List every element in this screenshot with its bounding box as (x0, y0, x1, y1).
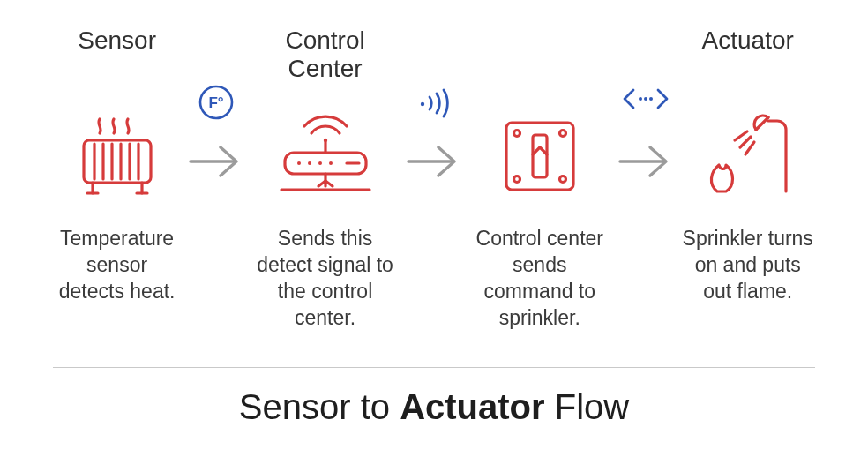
stage-control-center: Sends this detect signal to the control … (251, 108, 399, 332)
svg-point-27 (513, 131, 520, 137)
svg-point-32 (639, 97, 642, 101)
svg-text:F°: F° (209, 94, 224, 111)
svg-point-33 (644, 97, 647, 101)
heater-icon (73, 114, 161, 199)
header-control-center: Control Center (251, 26, 399, 83)
svg-line-36 (756, 117, 768, 130)
arrow-2 (399, 108, 469, 210)
diagram-title: Sensor to Actuator Flow (0, 387, 868, 427)
caption-command: Control center sends command to sprinkle… (469, 226, 610, 332)
divider (53, 367, 815, 368)
svg-rect-31 (533, 135, 547, 177)
code-ellipsis-icon (621, 83, 670, 115)
svg-line-38 (745, 142, 754, 154)
svg-rect-26 (506, 123, 573, 190)
header-sensor: Sensor (53, 26, 181, 83)
temperature-fahrenheit-icon: F° (197, 83, 236, 122)
signal-icon (414, 83, 454, 118)
stage-actuator: Sprinkler turns on and puts out flame. (681, 108, 815, 305)
svg-point-30 (559, 176, 565, 183)
svg-point-28 (559, 131, 565, 137)
arrow-right-icon (185, 141, 247, 182)
router-icon (273, 114, 378, 199)
svg-point-29 (513, 176, 520, 183)
switch-icon (499, 116, 580, 197)
svg-point-34 (649, 97, 653, 101)
svg-point-18 (308, 161, 311, 165)
arrow-right-icon (403, 141, 465, 182)
header-blank (469, 26, 610, 83)
arrow-right-icon (615, 141, 677, 182)
svg-point-17 (297, 161, 301, 165)
title-post: Flow (545, 387, 630, 426)
title-bold: Actuator (400, 387, 544, 426)
stage-sensor: Temperature sensor detects heat. (53, 108, 181, 305)
svg-point-24 (421, 102, 424, 106)
title-pre: Sensor to (239, 387, 400, 426)
svg-line-39 (735, 131, 747, 140)
flow-row: Temperature sensor detects heat. F° (0, 108, 868, 332)
arrow-1: F° (181, 108, 251, 210)
stage-switch: Control center sends command to sprinkle… (469, 108, 610, 332)
caption-sprinkler: Sprinkler turns on and puts out flame. (681, 226, 815, 305)
caption-send: Sends this detect signal to the control … (251, 226, 399, 332)
caption-sensor: Temperature sensor detects heat. (53, 226, 181, 305)
svg-point-20 (329, 161, 333, 165)
svg-point-19 (318, 161, 322, 165)
header-actuator: Actuator (681, 26, 815, 83)
arrow-3 (610, 108, 681, 210)
sprinkler-flame-icon (700, 112, 797, 200)
svg-line-37 (740, 137, 751, 147)
